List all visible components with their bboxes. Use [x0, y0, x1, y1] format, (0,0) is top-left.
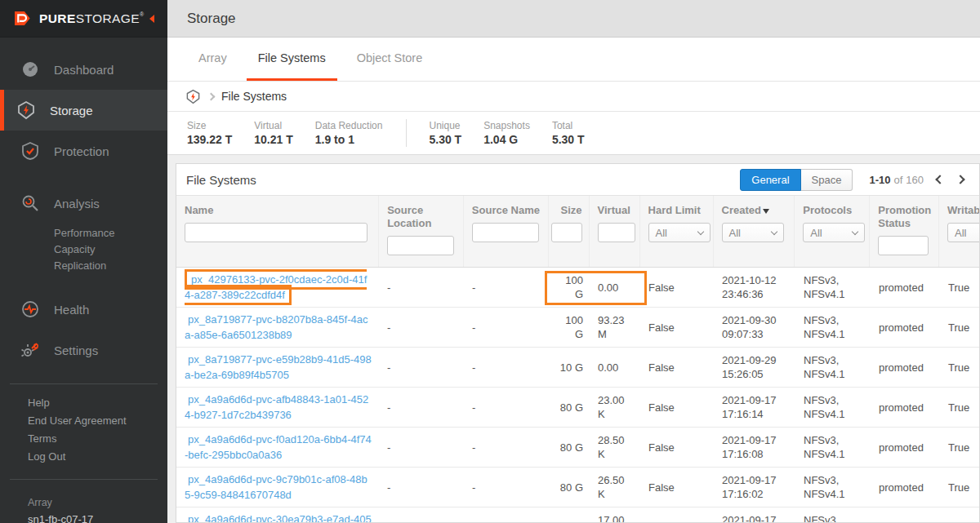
gauge-icon [20, 60, 40, 79]
stat-virtual: Virtual10.21 T [254, 119, 292, 147]
chevron-down-icon [852, 228, 858, 234]
sidebar-item-analysis[interactable]: Analysis [0, 183, 167, 224]
created-cell: 2021-09-17 17:16:02 [714, 469, 795, 505]
name-cell: px_4a9a6d6d-pvc-30ea79b3-e7ad-4057-9f83-… [176, 507, 379, 523]
stat-unique: Unique5.30 T [429, 119, 461, 147]
source-name-cell: - [464, 397, 549, 419]
name-filter-input[interactable] [185, 223, 368, 242]
virtual-cell: 93.23 M [590, 309, 640, 345]
pagination-range: 1-10 [869, 174, 890, 186]
breadcrumb: File Systems [167, 82, 980, 112]
sidebar-item-capacity[interactable]: Capacity [54, 242, 167, 258]
sidebar-item-settings[interactable]: Settings [0, 330, 167, 370]
table-row: px_4a9a6d6d-pvc-afb48843-1a01-4524-b927-… [176, 388, 979, 428]
sidebar-item-label: Storage [50, 104, 93, 117]
help-link[interactable]: Help [28, 394, 167, 412]
sidebar-nav: Dashboard Storage Protection Analysis Pe… [0, 38, 167, 370]
source-location-filter-input[interactable] [387, 236, 454, 255]
sidebar-item-replication[interactable]: Replication [54, 258, 167, 274]
sidebar-item-dashboard[interactable]: Dashboard [0, 49, 167, 90]
sidebar-item-label: Analysis [54, 197, 100, 211]
name-cell: px_4a9a6d6d-pvc-f0ad120a-6bb4-4f74-befc-… [176, 428, 379, 467]
column-protocols: Protocols All [794, 196, 869, 267]
file-system-link[interactable]: px_4a9a6d6d-pvc-30ea79b3-e7ad-4057-9f83-… [185, 512, 372, 523]
column-promotion-status: Promotion Status [869, 196, 938, 267]
file-system-link[interactable]: px_8a719877-pvc-b8207b8a-845f-4aca-a85e-… [185, 312, 372, 343]
sidebar-footer-links: Help End User Agreement Terms Log Out [0, 384, 167, 466]
promotion-status-cell: promoted [871, 277, 940, 299]
general-view-button[interactable]: General [740, 169, 800, 191]
promotion-status-cell: promoted [871, 516, 940, 523]
tab-file-systems[interactable]: File Systems [247, 38, 337, 81]
name-cell: px_4a9a6d6d-pvc-9c79b01c-af08-48b5-9c59-… [176, 468, 379, 507]
virtual-cell: 0.00 [590, 277, 640, 299]
previous-page-button[interactable] [930, 171, 947, 188]
writable-filter-select[interactable]: All [947, 223, 980, 242]
space-view-button[interactable]: Space [801, 169, 853, 191]
chevron-down-icon [770, 228, 777, 234]
hard-limit-cell: False [640, 357, 714, 379]
file-system-link[interactable]: px_8a719877-pvc-e59b28b9-41d5-498a-be2a-… [185, 352, 372, 383]
promotion-status-cell: promoted [871, 397, 940, 419]
array-name: sn1-fb-c07-17 [28, 511, 167, 523]
heartbeat-icon [20, 299, 40, 319]
virtual-cell: 0.00 [590, 357, 640, 379]
created-cell: 2021-09-29 15:26:05 [714, 349, 795, 385]
sidebar-item-performance[interactable]: Performance [54, 225, 167, 242]
file-system-link[interactable]: px_4a9a6d6d-pvc-f0ad120a-6bb4-4f74-befc-… [185, 432, 372, 463]
chevron-down-icon [697, 228, 703, 234]
created-cell: 2021-09-17 17:16:14 [714, 389, 795, 425]
name-cell: px_8a719877-pvc-e59b28b9-41d5-498a-be2a-… [176, 348, 379, 387]
promotion-status-cell: promoted [871, 437, 940, 459]
purestorage-logo-icon [11, 7, 33, 29]
file-systems-panel: File Systems General Space 1-10 of 160 [176, 163, 980, 523]
table-row: px_4a9a6d6d-pvc-30ea79b3-e7ad-4057-9f83-… [176, 507, 979, 523]
table-row: px_4a9a6d6d-pvc-9c79b01c-af08-48b5-9c59-… [176, 468, 979, 507]
sidebar-item-health[interactable]: Health [0, 289, 167, 330]
end-user-agreement-link[interactable]: End User Agreement [28, 412, 167, 430]
page-title: Storage [187, 11, 236, 27]
storage-shield-bolt-icon[interactable] [185, 89, 201, 104]
pagination-total: 160 [906, 174, 924, 186]
tab-array[interactable]: Array [187, 38, 238, 81]
sidebar-item-storage[interactable]: Storage [0, 90, 167, 131]
hard-limit-filter-select[interactable]: All [648, 223, 710, 242]
next-page-button[interactable] [953, 171, 969, 188]
file-system-link[interactable]: px_42976133-pvc-2f0cdaec-2c0d-41f4-a287-… [185, 272, 372, 303]
stats-divider [406, 119, 407, 147]
terms-link[interactable]: Terms [28, 430, 167, 448]
sidebar-collapse-icon[interactable] [149, 15, 154, 23]
panel-title: File Systems [186, 173, 256, 187]
log-out-link[interactable]: Log Out [28, 448, 167, 466]
source-location-cell: - [379, 317, 464, 339]
chevron-right-icon [207, 93, 216, 101]
table-header: Name Source Location Source Name Size [176, 195, 979, 268]
sort-descending-icon[interactable] [763, 209, 769, 214]
source-location-cell: - [379, 476, 464, 499]
file-system-link[interactable]: px_4a9a6d6d-pvc-9c79b01c-af08-48b5-9c59-… [185, 472, 372, 503]
column-source-location: Source Location [378, 196, 463, 267]
sidebar-item-protection[interactable]: Protection [0, 131, 167, 171]
created-cell: 2021-09-17 17:16:08 [714, 429, 795, 465]
sidebar-item-label: Protection [54, 144, 109, 158]
tab-object-store[interactable]: Object Store [345, 38, 434, 81]
created-cell: 2021-09-17 17:10:36 [714, 509, 795, 523]
source-name-cell: - [464, 277, 549, 299]
size-filter-input[interactable] [551, 223, 582, 242]
promotion-status-filter-input[interactable] [878, 236, 929, 255]
source-name-filter-input[interactable] [472, 223, 539, 242]
stats-bar: Size139.22 T Virtual10.21 T Data Reducti… [167, 112, 980, 155]
pagination-of-label: of [893, 174, 902, 186]
promotion-status-cell: promoted [871, 476, 940, 499]
virtual-filter-input[interactable] [598, 223, 635, 242]
analysis-subnav: Performance Capacity Replication [0, 224, 167, 277]
protocols-cell: NFSv3, NFSv4.1 [795, 429, 871, 465]
stat-total: Total5.30 T [552, 119, 585, 147]
protocols-filter-select[interactable]: All [803, 223, 865, 242]
main-area: Storage Array File Systems Object Store … [167, 0, 980, 523]
created-filter-select[interactable]: All [722, 223, 784, 242]
protocols-cell: NFSv3, NFSv4.1 [795, 469, 871, 505]
column-size: Size [548, 196, 589, 267]
column-name: Name [176, 196, 378, 267]
file-system-link[interactable]: px_4a9a6d6d-pvc-afb48843-1a01-4524-b927-… [185, 392, 372, 423]
